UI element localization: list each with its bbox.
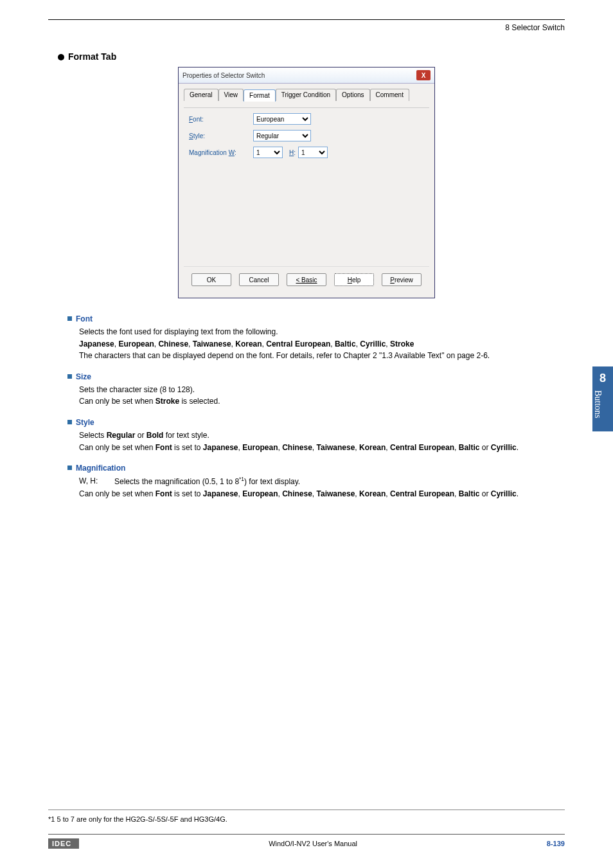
def-size-line2: Can only be set when Stroke is selected. [79,395,565,408]
chapter-tab: 8 Buttons [592,366,613,431]
tab-format[interactable]: Format [244,89,276,102]
tab-options[interactable]: Options [336,89,369,101]
dialog-tabs: General View Format Trigger Condition Op… [184,89,429,101]
tab-view[interactable]: View [218,89,244,101]
def-font-line3: The characters that can be displayed dep… [79,350,565,362]
def-style-head: Style [67,418,565,427]
def-mag-head: Magnification [67,464,565,473]
chapter-label: Buttons [592,390,603,419]
magnification-label: Magnification W: [189,149,253,156]
def-font-line2: Japanese, European, Chinese, Taiwanese, … [79,338,565,350]
tab-comment[interactable]: Comment [370,89,409,101]
style-select[interactable]: Regular [253,130,311,141]
chapter-number: 8 [592,372,613,385]
basic-button[interactable]: < Basic [287,273,326,286]
dialog-titlebar: Properties of Selector Switch X [179,68,434,84]
ok-button[interactable]: OK [191,273,231,286]
header-breadcrumb: 8 Selector Switch [48,23,565,32]
def-style-line1: Selects Regular or Bold for text style. [79,429,565,442]
font-label: Font: [189,116,253,123]
page-number: 8-139 [547,840,565,847]
dialog-title: Properties of Selector Switch [182,72,265,79]
mag-w-select[interactable]: 1 [253,147,283,158]
tab-general[interactable]: General [184,89,218,101]
bullet-icon [58,54,64,60]
def-mag-line2: Can only be set when Font is set to Japa… [79,488,565,500]
font-select[interactable]: European [253,113,311,125]
help-button[interactable]: Help [334,273,374,286]
preview-button[interactable]: Preview [382,273,422,286]
square-icon [67,420,72,424]
tab-trigger[interactable]: Trigger Condition [276,89,336,101]
mag-h-select[interactable]: 1 [298,147,328,158]
footnote: *1 5 to 7 are only for the HG2G-S/-5S/-5… [48,809,565,823]
square-icon [67,316,72,321]
def-font-line1: Selects the font used for displaying tex… [79,326,565,338]
def-size-line1: Sets the character size (8 to 128). [79,384,565,396]
cancel-button[interactable]: Cancel [239,273,279,286]
manual-title: WindO/I-NV2 User's Manual [269,840,357,847]
def-size-head: Size [67,372,565,381]
square-icon [67,374,72,379]
def-font-head: Font [67,314,565,323]
style-label: Style: [189,132,253,140]
def-style-line2: Can only be set when Font is set to Japa… [79,442,565,454]
close-icon[interactable]: X [416,70,431,80]
square-icon [67,466,72,470]
properties-dialog: Properties of Selector Switch X General … [178,67,435,298]
section-heading: Format Tab [58,51,565,62]
def-mag-line1: W, H: Selects the magnification (0.5, 1 … [79,475,565,488]
brand-logo: IDEC [48,838,79,849]
mag-h-label: H: [289,149,296,156]
